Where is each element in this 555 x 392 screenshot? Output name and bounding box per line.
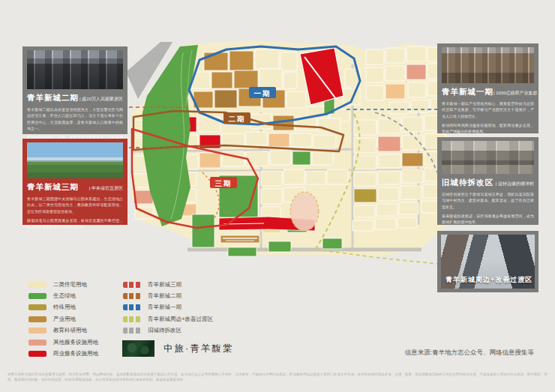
map-parcel <box>354 138 376 153</box>
map-parcel <box>390 102 410 114</box>
map-parcel <box>400 186 422 199</box>
map-parcel <box>406 46 426 61</box>
legend-land-use: 二类住宅用地生态绿地特殊用地产业用地教育科研用地其他服务设施用地商业服务设施用地 <box>28 279 98 360</box>
periphery-title: 青羊新城周边+改善过渡区 <box>446 275 532 285</box>
legend-dashed-swatch <box>123 328 141 334</box>
map-parcel <box>378 187 399 201</box>
phase1-body: 板块同时布局商业服务设施用地，配套商业逐步兑现，形成产城融合的发展格局。 <box>442 122 534 135</box>
map-parcel <box>270 150 291 165</box>
phase3-body: 随着绿道与公园景观逐步呈现，板块宜居属性不断增强，成为近年改善客群关注的热点区域… <box>27 217 123 230</box>
map-parcel <box>200 153 220 168</box>
legend-color-swatch <box>28 340 46 346</box>
map-parcel <box>386 66 405 81</box>
map-parcel <box>354 156 376 169</box>
phase3-label: 三期 <box>210 177 237 188</box>
callout-periphery: 青羊新城周边+改善过渡区 <box>437 231 538 292</box>
map-parcel <box>260 69 282 88</box>
legend-item: 青羊新城三期 <box>123 279 213 290</box>
map-parcel <box>228 247 256 256</box>
phase3-title: 青羊新城三期 <box>27 182 79 193</box>
periphery-photo: 青羊新城周边+改善过渡区 <box>441 235 535 289</box>
map-parcel <box>204 52 228 70</box>
map-parcel <box>378 154 400 168</box>
legend-dashed-swatch <box>123 282 141 288</box>
map-parcel <box>214 90 237 108</box>
legend-color-swatch <box>28 351 46 357</box>
legend-item: 产业用地 <box>28 313 98 325</box>
info-source-line: 信息来源:青羊地方志公众号、网络信息搜集等 <box>405 349 534 358</box>
phase1-subtitle: | 1000亿级双产业集群 <box>494 90 538 97</box>
map-parcel <box>292 151 310 165</box>
map-parcel <box>354 172 376 186</box>
map-parcel <box>352 220 374 231</box>
legend-item-label: 商业服务设施用地 <box>53 350 98 358</box>
map-parcel <box>268 241 291 252</box>
legend-item-label: 青羊新城三期 <box>148 281 182 289</box>
legend-item-label: 青羊新城周边+改善过渡区 <box>148 316 213 323</box>
legend-color-swatch <box>28 282 46 288</box>
map-parcel <box>268 133 290 147</box>
svg-text:二期: 二期 <box>229 115 246 123</box>
legend-item-label: 二类住宅用地 <box>53 281 87 289</box>
legend-dashed-swatch <box>123 293 141 299</box>
special-zone-ellipse <box>290 192 319 231</box>
legend-item-label: 特殊用地 <box>53 304 76 311</box>
map-parcel <box>284 72 297 88</box>
oldtown-body: 未来随着拆改推进，该区域将逐步释放发展空间，成为新城扩展的缓冲地带。 <box>442 213 534 226</box>
map-parcel <box>314 135 336 148</box>
phase3-photo <box>27 142 123 178</box>
legend-color-swatch <box>28 304 46 310</box>
phase1-label: 一期 <box>249 87 276 98</box>
map-parcel <box>375 219 396 229</box>
legend-item-label: 旧城待拆改区 <box>148 327 182 334</box>
map-parcel <box>398 217 417 228</box>
map-parcel <box>255 49 279 69</box>
legend-item: 其他服务设施用地 <box>28 337 98 348</box>
legend-item: 教育科研用地 <box>28 325 98 337</box>
map-parcel <box>386 48 405 63</box>
callout-phase3: 青羊新城三期 | 中央绿芯宜居区 青羊新城三期围绕中央绿轴与公园体系规划，生态绿… <box>22 139 128 225</box>
legend-item: 青羊新城一期 <box>123 302 213 313</box>
map-parcel <box>354 189 376 202</box>
map-parcel <box>286 91 306 108</box>
map-parcel <box>246 132 267 145</box>
map-parcel <box>354 205 375 217</box>
map-parcel <box>220 235 260 243</box>
callout-phase1: 青羊新城一期 | 1000亿级双产业集群 青羊新城一期以产业用地为核心，聚集航空… <box>437 43 538 133</box>
legend-item-label: 其他服务设施用地 <box>53 339 98 346</box>
map-parcel <box>192 214 214 247</box>
callout-phase2: 青羊新城二期 | 超20万人高密聚居区 青羊新城二期以高密度居住组团为主，大型安… <box>22 46 128 134</box>
phase3-body: 青羊新城三期围绕中央绿轴与公园体系规划，生态绿地占比高，以二类住宅用地为主，叠加… <box>27 196 123 214</box>
legend-item-label: 青羊新城一期 <box>148 304 182 311</box>
oldtown-body: 旧城待拆改区位于新城与老城交界处，现状以老旧院落与城中村为主，建筑密度高、配套老… <box>442 191 534 210</box>
map-parcel <box>378 118 400 133</box>
map-parcel <box>402 169 423 183</box>
map-parcel <box>306 171 326 184</box>
phase2-body: 青羊新城二期以高密度居住组团为主，大型安置社区与商品住宅云集，常住人口超过20万… <box>27 106 123 131</box>
tan-label-textline <box>223 238 257 239</box>
footer-disclaimer: 本图文资料为项目区域信息整理示意图，相关区域范围、规划用地性质、道路及配套等内容… <box>8 373 548 383</box>
legend-item: 青羊新城周边+改善过渡区 <box>123 313 213 325</box>
brand-logo-image <box>122 340 154 357</box>
map-parcel <box>406 64 426 79</box>
phase2-subtitle: | 超20万人高密聚居区 <box>80 96 123 103</box>
tan-label-textline <box>226 241 254 241</box>
oldtown-title: 旧城待拆改区 <box>442 178 494 188</box>
phase3-subtitle: | 中央绿芯宜居区 <box>89 185 123 192</box>
map-parcel <box>280 52 297 70</box>
map-parcel <box>366 49 384 64</box>
legend-item: 旧城待拆改区 <box>123 325 213 337</box>
legend-dashed-swatch <box>123 304 141 310</box>
legend-color-swatch <box>28 328 46 334</box>
oldtown-subtitle: | 运转边缘的缓冲村 <box>496 181 534 187</box>
map-parcel <box>402 117 423 132</box>
legend-color-swatch <box>28 293 46 299</box>
legend-item: 生态绿地 <box>28 290 98 301</box>
map-parcel <box>399 202 418 214</box>
planning-map-poster: 一期 二期 三期 青羊新城二期 | 超20万人高密聚居区 青羊新城二期以高密度居… <box>0 0 555 392</box>
legend-color-swatch <box>28 316 46 322</box>
legend-item: 二类住宅用地 <box>28 279 98 290</box>
legend-item-label: 生态绿地 <box>53 292 76 300</box>
map-parcel <box>291 133 312 147</box>
legend-dashed-swatch <box>123 316 141 322</box>
